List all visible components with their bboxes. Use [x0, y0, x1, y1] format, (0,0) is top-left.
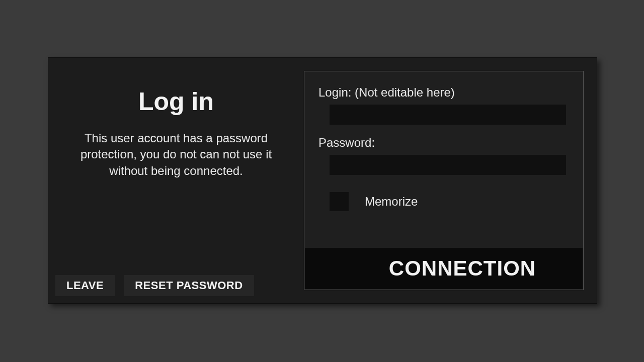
password-input[interactable] [330, 155, 566, 175]
leave-button[interactable]: LEAVE [55, 275, 115, 296]
login-input [330, 105, 566, 125]
login-label: Login: (Not editable here) [318, 85, 569, 100]
password-label: Password: [318, 136, 569, 150]
dialog-title: Log in [63, 87, 289, 116]
memorize-label: Memorize [365, 195, 418, 209]
dialog-description: This user account has a password protect… [70, 130, 282, 179]
memorize-checkbox[interactable] [330, 192, 349, 211]
memorize-row: Memorize [330, 192, 569, 211]
connection-button[interactable]: CONNECTION [305, 248, 583, 289]
form-pane: Login: (Not editable here) Password: Mem… [304, 71, 584, 290]
login-dialog: Log in This user account has a password … [48, 57, 597, 304]
info-pane: Log in This user account has a password … [48, 58, 304, 303]
reset-password-button[interactable]: RESET PASSWORD [124, 275, 254, 296]
left-button-row: LEAVE RESET PASSWORD [55, 275, 254, 296]
